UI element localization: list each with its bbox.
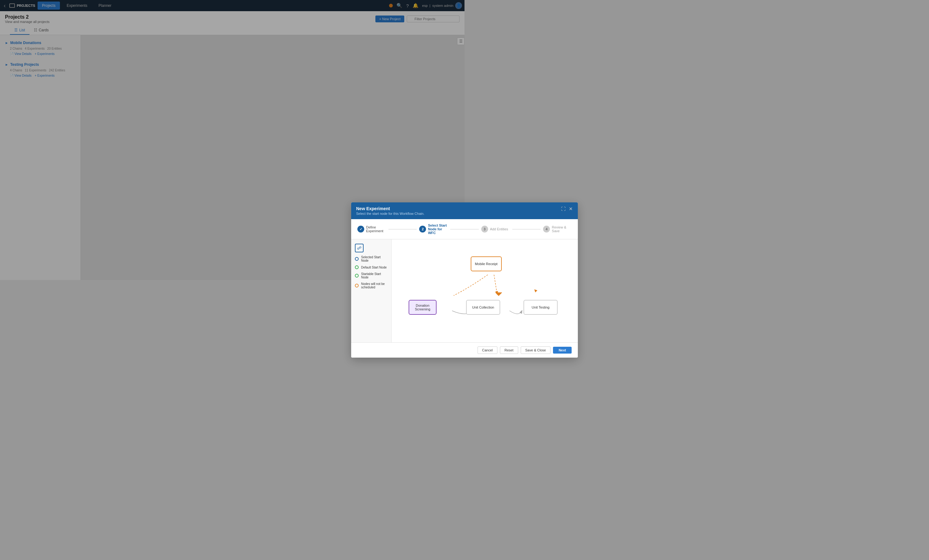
workflow-canvas: Mobile Receipt ▲ Donation Screening Unit…: [391, 239, 464, 280]
steps-bar: ✓ Define Experiment 2 Select Start Node …: [351, 219, 464, 239]
workflow-arrows: [391, 239, 464, 280]
chain-symbol: ☍: [357, 246, 362, 251]
step-label-2: Select Start Node for WFC: [428, 223, 448, 235]
step-circle-2: 2: [419, 226, 426, 233]
modal-title: New Experiment: [356, 206, 425, 211]
modal-header-text: New Experiment Select the start node for…: [356, 206, 425, 216]
step-2: 2 Select Start Node for WFC: [419, 223, 448, 235]
step-1: ✓ Define Experiment: [357, 225, 386, 233]
legend-default: Default Start Node: [355, 265, 388, 269]
modal-body: ☍ Selected Start Node Default Start Node…: [351, 239, 464, 280]
legend-startable-label: Startable Start Node: [361, 272, 388, 279]
legend-selected-label: Selected Start Node: [361, 256, 388, 262]
step-label-1: Define Experiment: [366, 225, 386, 233]
legend-dot-startable: [355, 274, 359, 277]
new-experiment-modal: New Experiment Select the start node for…: [351, 202, 464, 280]
step-circle-1: ✓: [357, 226, 364, 233]
legend-dot-selected: [355, 257, 359, 261]
step-divider-1: [388, 229, 417, 230]
modal-header: New Experiment Select the start node for…: [351, 202, 464, 219]
legend-chain-icon: ☍: [355, 244, 363, 252]
step-divider-2: [450, 229, 464, 230]
legend-panel: ☍ Selected Start Node Default Start Node…: [351, 239, 391, 280]
modal-subtitle: Select the start node for this Workflow …: [356, 212, 425, 216]
legend-default-label: Default Start Node: [361, 266, 386, 269]
legend-selected: Selected Start Node: [355, 256, 388, 262]
legend-dot-default: [355, 265, 359, 269]
modal-overlay: New Experiment Select the start node for…: [0, 0, 464, 280]
legend-startable: Startable Start Node: [355, 272, 388, 279]
